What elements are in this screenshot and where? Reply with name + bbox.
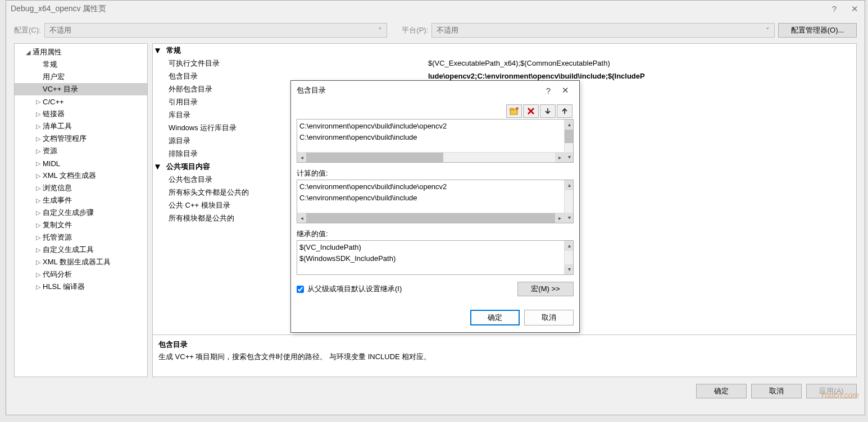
tree-item[interactable]: ▷清单工具 [15,120,147,132]
dialog-toolbar: ✦ [297,104,574,118]
tree-item[interactable]: ▷自定义生成工具 [15,244,147,256]
horizontal-scrollbar[interactable]: ◂▸ [297,152,564,162]
help-icon[interactable]: ? [829,4,840,14]
delete-icon[interactable] [523,104,539,118]
tree-item[interactable]: VC++ 目录 [15,83,147,95]
dialog-close-icon[interactable]: ✕ [557,85,574,95]
tree-item[interactable]: ▷生成事件 [15,194,147,207]
expand-icon: ▷ [35,222,42,229]
vertical-scrollbar[interactable]: ▴▾ [564,120,573,162]
inherited-list: $(VC_IncludePath)$(WindowsSDK_IncludePat… [297,240,574,275]
expand-icon: ▷ [35,123,42,130]
collapse-icon[interactable]: ⯆ [153,47,162,54]
collapse-icon[interactable]: ⯆ [153,163,162,170]
vertical-scrollbar[interactable]: ▴▾ [564,180,573,223]
tree-item[interactable]: ▷文档管理程序 [15,132,147,145]
svg-rect-1 [510,108,513,110]
tree-item[interactable]: ▷XML 文档生成器 [15,169,147,182]
description-title: 包含目录 [158,340,851,350]
tree-item-label: 浏览信息 [43,183,72,193]
nav-tree[interactable]: ◢通用属性 常规用户宏VC++ 目录▷C/C++▷链接器▷清单工具▷文档管理程序… [14,43,148,377]
expand-icon: ▷ [35,185,42,192]
watermark: Yuucn.com [820,391,859,400]
tree-item-label: 代码分析 [43,269,72,279]
tree-item[interactable]: ▷资源 [15,145,147,157]
tree-item-label: 自定义生成步骤 [43,208,94,218]
expand-icon: ▷ [35,98,42,106]
expand-icon: ▷ [35,209,42,217]
dialog-help-icon[interactable]: ? [540,86,557,95]
tree-item[interactable]: ▷代码分析 [15,268,147,281]
expand-icon: ▷ [35,234,42,241]
triangle-down-icon: ◢ [25,49,31,56]
list-item: C:\environment\opencv\build\include [299,192,571,204]
list-item[interactable]: C:\environment\opencv\build\include\open… [299,121,571,132]
property-row[interactable]: 可执行文件目录$(VC_ExecutablePath_x64);$(Common… [153,57,856,70]
expand-icon: ▷ [35,246,42,254]
config-manager-button[interactable]: 配置管理器(O)... [778,23,857,38]
tree-item-label: VC++ 目录 [43,84,78,94]
vertical-scrollbar[interactable]: ▴▾ [564,241,573,274]
paths-list[interactable]: C:\environment\opencv\build\include\open… [297,119,574,163]
tree-item[interactable]: ▷HLSL 编译器 [15,281,147,293]
tree-item[interactable]: 用户宏 [15,71,147,83]
window-title: Debug_x64_opencv 属性页 [11,4,829,14]
expand-icon: ▷ [35,111,42,118]
property-name: 包含目录 [153,71,428,81]
tree-item[interactable]: ▷MIDL [15,157,147,169]
tree-item-label: XML 数据生成器工具 [43,257,111,267]
titlebar: Debug_x64_opencv 属性页 ? ✕ [6,1,865,17]
tree-item[interactable]: ▷自定义生成步骤 [15,207,147,219]
config-label: 配置(C): [14,25,41,35]
horizontal-scrollbar[interactable]: ◂▸ [297,213,564,223]
macro-button[interactable]: 宏(M) >> [517,282,574,296]
expand-icon: ▷ [35,135,42,143]
close-icon[interactable]: ✕ [849,4,860,14]
tree-item-label: 常规 [43,59,57,70]
cancel-button[interactable]: 取消 [751,384,802,398]
dialog-ok-button[interactable]: 确定 [470,310,520,325]
property-value[interactable]: $(VC_ExecutablePath_x64);$(CommonExecuta… [428,59,856,67]
expand-icon: ▷ [35,197,42,204]
move-up-icon[interactable] [557,104,572,118]
ok-button[interactable]: 确定 [696,384,747,398]
list-item: $(VC_IncludePath) [299,242,571,253]
tree-item[interactable]: ▷浏览信息 [15,182,147,194]
tree-root[interactable]: ◢通用属性 [15,46,147,58]
chevron-down-icon: ˅ [378,26,382,35]
config-value: 不适用 [49,25,71,35]
tree-item-label: 文档管理程序 [43,134,87,144]
group-header: 公共项目内容 [162,162,210,172]
list-item: $(WindowsSDK_IncludePath) [299,253,571,264]
tree-item[interactable]: ▷托管资源 [15,231,147,244]
expand-icon: ▷ [35,271,42,278]
tree-item-label: 复制文件 [43,220,72,230]
config-combo[interactable]: 不适用 ˅ [44,23,388,38]
dialog-buttons: 确定 取消 应用(A) [6,377,865,405]
property-value[interactable]: lude\opencv2;C:\environment\opencv\build… [428,72,856,80]
config-row: 配置(C): 不适用 ˅ 平台(P): 不适用 ˅ 配置管理器(O)... [6,17,865,43]
tree-item[interactable]: ▷链接器 [15,108,147,120]
tree-item-label: 链接器 [43,109,65,119]
tree-item[interactable]: 常规 [15,58,147,71]
tree-item-label: C/C++ [43,98,64,106]
calculated-label: 计算的值: [297,168,574,178]
tree-item-label: 自定义生成工具 [43,245,94,255]
description-panel: 包含目录 生成 VC++ 项目期间，搜索包含文件时使用的路径。 与环境变量 IN… [152,335,857,377]
svg-text:✦: ✦ [514,107,519,113]
tree-item[interactable]: ▷XML 数据生成器工具 [15,256,147,268]
dialog-title: 包含目录 [297,85,540,95]
list-item[interactable]: C:\environment\opencv\build\include [299,132,571,143]
description-text: 生成 VC++ 项目期间，搜索包含文件时使用的路径。 与环境变量 INCLUDE… [158,352,851,362]
platform-combo[interactable]: 不适用 ˅ [431,23,775,38]
dialog-cancel-button[interactable]: 取消 [524,310,574,325]
tree-item[interactable]: ▷复制文件 [15,219,147,231]
dialog-titlebar: 包含目录 ? ✕ [291,81,579,100]
tree-item-label: 用户宏 [43,72,65,82]
new-folder-icon[interactable]: ✦ [506,104,522,118]
expand-icon: ▷ [35,172,42,180]
move-down-icon[interactable] [540,104,556,118]
tree-item-label: XML 文档生成器 [43,171,96,181]
tree-item[interactable]: ▷C/C++ [15,95,147,108]
inherit-checkbox[interactable] [297,286,304,293]
